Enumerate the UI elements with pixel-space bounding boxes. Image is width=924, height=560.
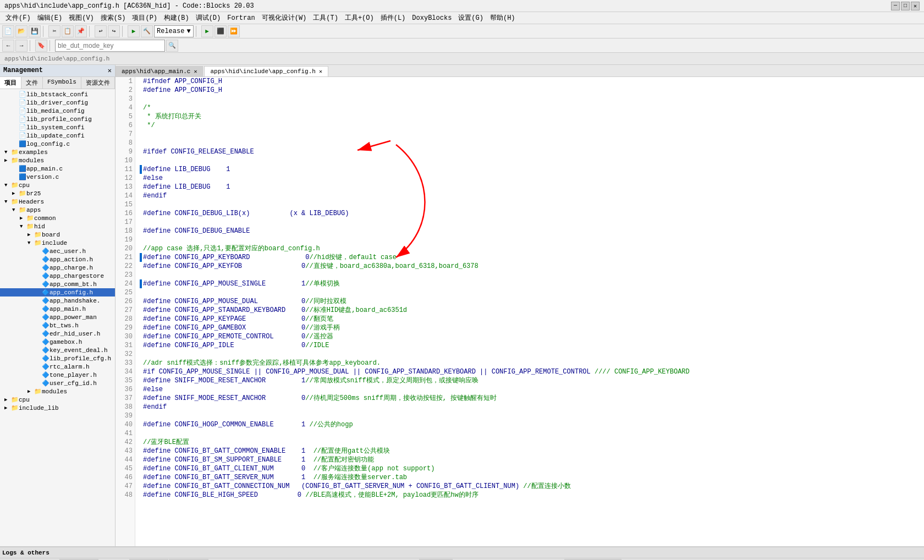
tree-item-lib_driver_config[interactable]: 📄 lib_driver_config	[0, 98, 115, 107]
menu-item-工具+o[interactable]: 工具+(O)	[342, 12, 377, 24]
tree-item-app_power_man[interactable]: 🔷 app_power_man	[0, 313, 115, 321]
save-button[interactable]: 💾	[29, 25, 41, 37]
code-line: //app case 选择,只选1,要配置对应的board_config.h	[140, 244, 920, 253]
tree-item-apps[interactable]: ▼📁 apps	[0, 206, 115, 214]
menu-item-调试d[interactable]: 调试(D)	[193, 12, 224, 24]
tree-item-lib_profile_config[interactable]: 📄 lib_profile_config	[0, 115, 115, 123]
sidebar-tab-资源文件[interactable]: 资源文件	[81, 77, 115, 89]
build-button[interactable]: 🔨	[141, 25, 153, 37]
tree-item-label: Headers	[19, 199, 44, 205]
tree-item-app_main.h[interactable]: 🔷 app_main.h	[0, 305, 115, 313]
tab-close-icon[interactable]: ✕	[194, 69, 197, 75]
menu-item-fortran[interactable]: Fortran	[224, 13, 258, 23]
folder-icon: 📁	[19, 190, 26, 197]
tree-item-common[interactable]: ▶📁 common	[0, 214, 115, 222]
tree-item-gamebox.h[interactable]: 🔷 gamebox.h	[0, 338, 115, 346]
close-button[interactable]: ✕	[911, 2, 920, 10]
tree-item-edr_hid_user.h[interactable]: 🔷 edr_hid_user.h	[0, 330, 115, 338]
undo-button[interactable]: ↩	[95, 25, 107, 37]
sidebar-tab-项目[interactable]: 项目	[0, 77, 21, 89]
folder-icon: 📁	[19, 206, 26, 213]
search-button[interactable]: 🔍	[166, 40, 178, 52]
stop-button[interactable]: ⬛	[215, 25, 227, 37]
bookmark-button[interactable]: 🔖	[35, 40, 47, 52]
tree-item-version.c[interactable]: 🟦 version.c	[0, 173, 115, 181]
tree-item-include_lib[interactable]: ▶📁 include_lib	[0, 404, 115, 412]
tree-item-tone_player.h[interactable]: 🔷 tone_player.h	[0, 371, 115, 379]
copy-button[interactable]: 📋	[62, 25, 74, 37]
menu-item-doxyblocks[interactable]: DoxyBlocks	[409, 13, 455, 23]
prev-button[interactable]: ←	[2, 40, 14, 52]
tree-item-label: tone_player.h	[50, 372, 97, 378]
menu-item-可视化设计w[interactable]: 可视化设计(W)	[258, 12, 310, 24]
tree-item-app_action.h[interactable]: 🔷 app_action.h	[0, 255, 115, 263]
sidebar-close-icon[interactable]: ✕	[108, 67, 112, 75]
code-line: #define CONFIG_BLE_HIGH_SPEED 0 //BLE高速模…	[140, 491, 920, 499]
editor-tab[interactable]: apps\hid\include\app_config.h✕	[204, 66, 328, 76]
redo-button[interactable]: ↪	[108, 25, 120, 37]
sidebar-tree[interactable]: 📄 lib_btstack_confi📄 lib_driver_config📄 …	[0, 89, 115, 546]
tree-item-app_chargestore[interactable]: 🔷 app_chargestore	[0, 272, 115, 280]
tree-item-lib_btstack_confi[interactable]: 📄 lib_btstack_confi	[0, 90, 115, 98]
tree-item-app_config.h[interactable]: 🔷 app_config.h	[0, 288, 115, 297]
cut-button[interactable]: ✂	[48, 25, 61, 37]
tree-item-hid[interactable]: ▼📁 hid	[0, 222, 115, 230]
sidebar-tab-FSymbols[interactable]: FSymbols	[43, 77, 81, 89]
step-button[interactable]: ⏩	[228, 25, 240, 37]
code-line: #define LIB_DEBUG 1	[140, 183, 920, 191]
menu-item-插件l[interactable]: 插件(L)	[377, 12, 409, 24]
menu-item-视图v[interactable]: 视图(V)	[65, 12, 97, 24]
tree-item-headers[interactable]: ▼📁 Headers	[0, 197, 115, 206]
tree-item-app_charge.h[interactable]: 🔷 app_charge.h	[0, 263, 115, 272]
tab-close-icon[interactable]: ✕	[319, 69, 322, 75]
folder-icon: 📁	[34, 231, 42, 238]
tree-item-app_main.c[interactable]: 🟦 app_main.c	[0, 164, 115, 173]
tree-item-app_comm_bt.h[interactable]: 🔷 app_comm_bt.h	[0, 280, 115, 288]
build-config-dropdown[interactable]: Release ▼	[154, 25, 194, 37]
menu-item-项目p[interactable]: 项目(P)	[129, 12, 161, 24]
tree-item-lib_media_config[interactable]: 📄 lib_media_config	[0, 107, 115, 115]
sidebar-tab-文件[interactable]: 文件	[21, 77, 43, 89]
minimize-button[interactable]: ─	[891, 2, 900, 10]
debug-run-button[interactable]: ▶	[201, 25, 213, 37]
open-button[interactable]: 📂	[15, 25, 28, 37]
editor-tab[interactable]: apps\hid\app_main.c✕	[116, 66, 203, 76]
code-line: #define CONFIG_BT_SM_SUPPORT_ENABLE 1 //…	[140, 455, 920, 464]
next-button[interactable]: →	[15, 40, 28, 52]
tree-item-modules[interactable]: ▶📁 modules	[0, 156, 115, 164]
tree-item-aec_user.h[interactable]: 🔷 aec_user.h	[0, 247, 115, 255]
run-button[interactable]: ▶	[128, 25, 140, 37]
tree-item-br25[interactable]: ▶📁 br25	[0, 189, 115, 197]
no-marker	[140, 156, 143, 165]
search-input[interactable]	[55, 40, 165, 52]
paste-button[interactable]: 📌	[75, 25, 87, 37]
tree-item-lib_update_confi[interactable]: 📄 lib_update_confi	[0, 131, 115, 140]
tree-item-examples[interactable]: ▼📁 examples	[0, 148, 115, 156]
menu-item-构建b[interactable]: 构建(B)	[161, 12, 193, 24]
menu-item-编辑e[interactable]: 编辑(E)	[34, 12, 66, 24]
code-line: #define APP_CONFIG_H	[140, 86, 920, 95]
tree-item-modules[interactable]: ▶📁 modules	[0, 387, 115, 396]
menu-item-搜索s[interactable]: 搜索(S)	[97, 12, 129, 24]
new-button[interactable]: 📄	[2, 25, 14, 37]
line-number: 19	[116, 235, 133, 244]
menu-item-设置g[interactable]: 设置(G)	[455, 12, 487, 24]
menu-item-工具t[interactable]: 工具(T)	[310, 12, 342, 24]
tree-item-include[interactable]: ▼📁 include	[0, 239, 115, 247]
menu-item-文件f[interactable]: 文件(F)	[2, 12, 34, 24]
tree-item-cpu[interactable]: ▶📁 cpu	[0, 396, 115, 404]
tree-item-cpu[interactable]: ▼📁 cpu	[0, 181, 115, 189]
tree-item-rtc_alarm.h[interactable]: 🔷 rtc_alarm.h	[0, 363, 115, 371]
tree-item-board[interactable]: ▶📁 board	[0, 230, 115, 239]
tree-item-app_handshake.[interactable]: 🔷 app_handshake.	[0, 297, 115, 305]
tree-item-bt_tws.h[interactable]: 🔷 bt_tws.h	[0, 321, 115, 330]
tree-item-lib_profile_cfg.h[interactable]: 🔷 lib_profile_cfg.h	[0, 354, 115, 363]
tree-item-lib_system_confi[interactable]: 📄 lib_system_confi	[0, 123, 115, 131]
folder-icon: 📁	[11, 198, 19, 205]
menu-item-帮助h[interactable]: 帮助(H)	[487, 12, 519, 24]
tree-item-user_cfg_id.h[interactable]: 🔷 user_cfg_id.h	[0, 379, 115, 387]
maximize-button[interactable]: □	[901, 2, 910, 10]
tree-item-key_event_deal.h[interactable]: 🔷 key_event_deal.h	[0, 346, 115, 354]
code-content[interactable]: #ifndef APP_CONFIG_H#define APP_CONFIG_H…	[135, 77, 924, 546]
tree-item-log_config.c[interactable]: 🟦 log_config.c	[0, 140, 115, 148]
